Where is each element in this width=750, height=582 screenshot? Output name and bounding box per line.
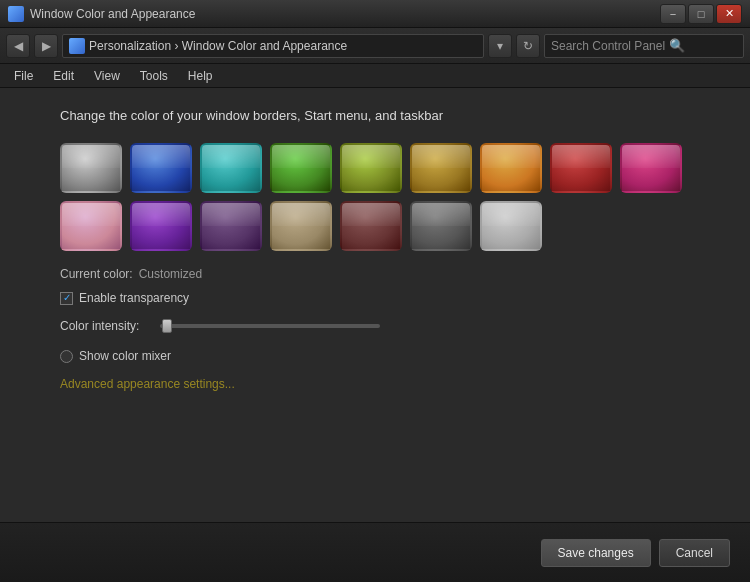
- transparency-label: Enable transparency: [79, 291, 189, 305]
- menu-tools[interactable]: Tools: [132, 67, 176, 85]
- search-bar[interactable]: Search Control Panel 🔍: [544, 34, 744, 58]
- transparency-row[interactable]: Enable transparency: [60, 291, 690, 305]
- color-swatch-purple[interactable]: [130, 201, 192, 251]
- color-swatch-teal[interactable]: [200, 143, 262, 193]
- color-swatch-darkpurple[interactable]: [200, 201, 262, 251]
- search-icon: 🔍: [669, 38, 685, 53]
- color-grid: [60, 143, 690, 251]
- save-changes-button[interactable]: Save changes: [541, 539, 651, 567]
- dropdown-button[interactable]: ▾: [488, 34, 512, 58]
- title-bar-left: Window Color and Appearance: [8, 6, 195, 22]
- breadcrumb-icon: [69, 38, 85, 54]
- title-bar: Window Color and Appearance − □ ✕: [0, 0, 750, 28]
- color-swatch-orange[interactable]: [480, 143, 542, 193]
- menu-help[interactable]: Help: [180, 67, 221, 85]
- close-button[interactable]: ✕: [716, 4, 742, 24]
- advanced-appearance-link[interactable]: Advanced appearance settings...: [60, 377, 235, 391]
- refresh-button[interactable]: ↻: [516, 34, 540, 58]
- color-swatch-lightgray[interactable]: [480, 201, 542, 251]
- current-color-row: Current color: Customized: [60, 267, 690, 281]
- cancel-button[interactable]: Cancel: [659, 539, 730, 567]
- show-mixer-label: Show color mixer: [79, 349, 171, 363]
- intensity-slider[interactable]: [160, 324, 380, 328]
- menu-view[interactable]: View: [86, 67, 128, 85]
- color-swatch-darkred[interactable]: [340, 201, 402, 251]
- search-placeholder: Search Control Panel: [551, 39, 665, 53]
- current-color-value: Customized: [139, 267, 202, 281]
- color-swatch-green[interactable]: [270, 143, 332, 193]
- nav-bar: ◀ ▶ Personalization › Window Color and A…: [0, 28, 750, 64]
- show-mixer-row[interactable]: Show color mixer: [60, 349, 690, 363]
- transparency-checkbox[interactable]: [60, 292, 73, 305]
- intensity-label: Color intensity:: [60, 319, 150, 333]
- restore-button[interactable]: □: [688, 4, 714, 24]
- menu-bar: File Edit View Tools Help: [0, 64, 750, 88]
- color-swatch-lime[interactable]: [340, 143, 402, 193]
- color-swatch-blue[interactable]: [130, 143, 192, 193]
- color-swatch-silver[interactable]: [60, 143, 122, 193]
- color-swatch-red[interactable]: [550, 143, 612, 193]
- page-title: Change the color of your window borders,…: [60, 108, 690, 123]
- breadcrumb-text: Personalization › Window Color and Appea…: [89, 39, 347, 53]
- minimize-button[interactable]: −: [660, 4, 686, 24]
- window-title: Window Color and Appearance: [30, 7, 195, 21]
- color-swatch-olive[interactable]: [410, 143, 472, 193]
- intensity-row: Color intensity:: [60, 319, 690, 333]
- footer: Save changes Cancel: [0, 522, 750, 582]
- current-color-label: Current color:: [60, 267, 133, 281]
- back-button[interactable]: ◀: [6, 34, 30, 58]
- color-swatch-tan[interactable]: [270, 201, 332, 251]
- menu-edit[interactable]: Edit: [45, 67, 82, 85]
- main-content: Change the color of your window borders,…: [0, 88, 750, 522]
- window-icon: [8, 6, 24, 22]
- title-bar-controls: − □ ✕: [660, 4, 742, 24]
- menu-file[interactable]: File: [6, 67, 41, 85]
- forward-button[interactable]: ▶: [34, 34, 58, 58]
- show-mixer-radio[interactable]: [60, 350, 73, 363]
- color-swatch-pink[interactable]: [620, 143, 682, 193]
- intensity-slider-thumb[interactable]: [162, 319, 172, 333]
- color-swatch-darkgray[interactable]: [410, 201, 472, 251]
- breadcrumb[interactable]: Personalization › Window Color and Appea…: [62, 34, 484, 58]
- color-swatch-lightpink[interactable]: [60, 201, 122, 251]
